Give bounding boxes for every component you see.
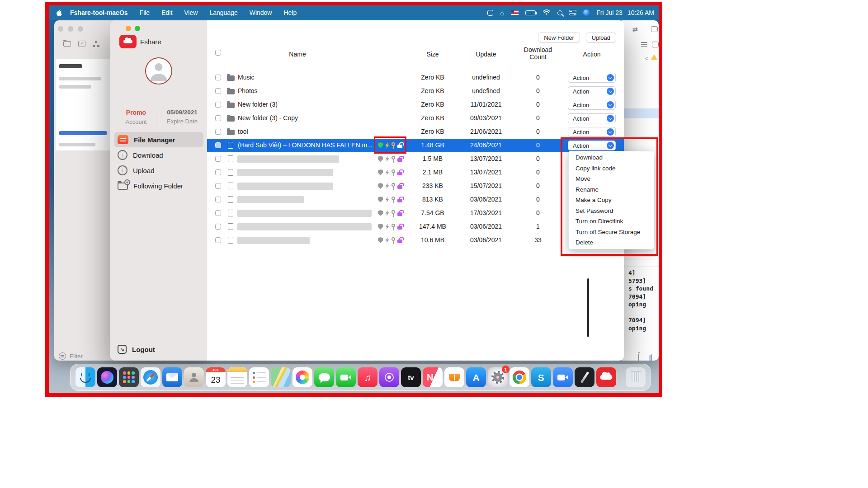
dropdown-item-turn-on-directlink[interactable]: Turn on Directlink (569, 216, 654, 227)
zoom-button-inactive[interactable] (78, 26, 83, 32)
folder-tool-icon[interactable] (63, 41, 71, 47)
upload-button[interactable]: Upload (586, 33, 616, 42)
input-source-flag-icon[interactable] (511, 10, 519, 15)
dropdown-item-delete[interactable]: Delete (569, 237, 654, 248)
close-button-inactive[interactable] (58, 26, 63, 32)
table-row[interactable]: 10.6 MB03/06/202133Action (207, 234, 624, 247)
spotlight-icon[interactable] (557, 10, 562, 15)
maps-dock-icon[interactable] (271, 367, 291, 387)
tv-dock-icon[interactable]: tv (401, 367, 421, 387)
sidebar-item-following-folder[interactable]: +Following Folder (114, 178, 203, 193)
table-row[interactable]: PhotosZero KBundefined0Action (207, 84, 624, 98)
table-row[interactable]: (Hard Sub Việt) – LONDONN HAS FALLEN.m..… (207, 139, 624, 152)
sidebar-item-file-manager[interactable]: File Manager (114, 132, 203, 147)
table-row[interactable]: New folder (3)Zero KB11/01/20210Action (207, 98, 624, 112)
header-size[interactable]: Size (426, 51, 439, 58)
dropdown-item-download[interactable]: Download (569, 152, 654, 163)
dropdown-item-set-password[interactable]: Set Password (569, 206, 654, 216)
row-checkbox[interactable] (215, 88, 221, 94)
minimize-button[interactable] (126, 26, 131, 31)
app-store-dock-icon[interactable]: A (466, 367, 486, 387)
pen-app-dock-icon[interactable] (575, 367, 594, 387)
reminders-dock-icon[interactable] (249, 367, 269, 387)
skype-dock-icon[interactable]: S (531, 367, 551, 387)
row-checkbox[interactable] (215, 210, 221, 216)
sidebar-item-download[interactable]: ↓Download (114, 147, 203, 163)
row-checkbox[interactable] (215, 129, 221, 135)
books-dock-icon[interactable] (444, 367, 464, 387)
action-dropdown-button[interactable]: Action (568, 113, 616, 123)
new-folder-button[interactable]: New Folder (538, 33, 580, 42)
row-checkbox[interactable] (215, 142, 221, 148)
sidebar-toggle-icon[interactable] (651, 354, 652, 361)
dropdown-item-move[interactable]: Move (569, 174, 654, 184)
launchpad-dock-icon[interactable] (119, 367, 139, 387)
table-row[interactable]: New folder (3) - CopyZero KB09/03/20210A… (207, 112, 624, 125)
menu-window[interactable]: Window (250, 9, 272, 16)
table-row[interactable]: 813 KB03/06/20210Action (207, 193, 624, 206)
podcasts-dock-icon[interactable] (379, 367, 399, 387)
contacts-dock-icon[interactable] (184, 367, 204, 387)
row-checkbox[interactable] (215, 237, 221, 243)
table-row[interactable]: 147.4 MB03/06/20211Action (207, 220, 624, 234)
menu-file[interactable]: File (140, 9, 150, 16)
system-preferences-dock-icon[interactable]: 1 (488, 367, 508, 387)
battery-icon[interactable] (525, 10, 536, 15)
sidebar-item-upload[interactable]: ↑Upload (114, 163, 203, 178)
row-checkbox[interactable] (215, 102, 221, 108)
box-icon[interactable] (652, 42, 659, 47)
facetime-dock-icon[interactable] (336, 367, 356, 387)
mail-dock-icon[interactable] (162, 367, 182, 387)
box-icon[interactable] (651, 26, 658, 32)
trash-icon[interactable] (638, 354, 639, 361)
photos-dock-icon[interactable] (292, 367, 312, 387)
row-checkbox[interactable] (215, 156, 221, 162)
table-row[interactable]: toolZero KB21/06/20210Action (207, 125, 624, 139)
header-action[interactable]: Action (583, 51, 601, 58)
table-row[interactable]: 233 KB15/07/20210Action (207, 179, 624, 193)
menu-help[interactable]: Help (283, 9, 297, 16)
wifi-icon[interactable] (542, 9, 551, 16)
control-center-icon[interactable] (569, 10, 576, 15)
finder-dock-icon[interactable] (75, 367, 95, 387)
chevron-left-icon[interactable]: < (645, 55, 648, 62)
menu-app-name[interactable]: Fshare-tool-macOs (70, 9, 128, 16)
zoom-dock-icon[interactable] (553, 367, 573, 387)
siri-dock-icon[interactable] (97, 367, 117, 387)
hierarchy-icon[interactable] (93, 41, 100, 47)
filter-field[interactable]: Filter (59, 352, 83, 360)
calendar-dock-icon[interactable]: JUL23 (206, 367, 226, 387)
notes-dock-icon[interactable] (227, 367, 247, 387)
menu-bar-date[interactable]: Fri Jul 23 (596, 9, 623, 16)
dropdown-item-turn-off-secure-storage[interactable]: Turn off Secure Storage (569, 227, 654, 238)
list-lines-icon[interactable] (641, 42, 647, 47)
music-dock-icon[interactable]: ♫ (358, 367, 377, 387)
menu-language[interactable]: Language (209, 9, 237, 16)
header-download-count[interactable]: Download Count (524, 47, 552, 61)
table-row[interactable]: 7.54 GB17/03/20210Action (207, 206, 624, 220)
row-checkbox[interactable] (215, 115, 221, 121)
status-app-icon[interactable] (583, 9, 590, 16)
menu-view[interactable]: View (184, 9, 198, 16)
close-box-icon[interactable]: × (78, 41, 85, 47)
status-home-icon[interactable]: ⌂ (500, 9, 504, 16)
menu-edit[interactable]: Edit (161, 9, 172, 16)
status-ring-icon[interactable] (487, 10, 493, 16)
minimize-button-inactive[interactable] (68, 26, 73, 32)
news-dock-icon[interactable]: N (423, 367, 443, 387)
row-checkbox[interactable] (215, 197, 221, 202)
apple-menu-icon[interactable] (56, 9, 62, 16)
safari-dock-icon[interactable] (141, 367, 160, 387)
table-row[interactable]: MusicZero KBundefined0Action (207, 71, 624, 84)
row-checkbox[interactable] (215, 75, 221, 80)
dropdown-item-rename[interactable]: Rename (569, 184, 654, 195)
header-update[interactable]: Update (476, 51, 496, 58)
logout-button[interactable]: ↘ Logout (114, 341, 203, 357)
action-dropdown-button[interactable]: Action (568, 86, 616, 96)
dropdown-item-copy-link-code[interactable]: Copy link code (569, 163, 654, 174)
action-dropdown-button[interactable]: Action (568, 141, 616, 150)
trash-dock-icon[interactable] (626, 367, 646, 387)
table-row[interactable]: 2.1 MB13/07/20210Action (207, 166, 624, 179)
messages-dock-icon[interactable] (314, 367, 334, 387)
row-checkbox[interactable] (215, 224, 221, 230)
